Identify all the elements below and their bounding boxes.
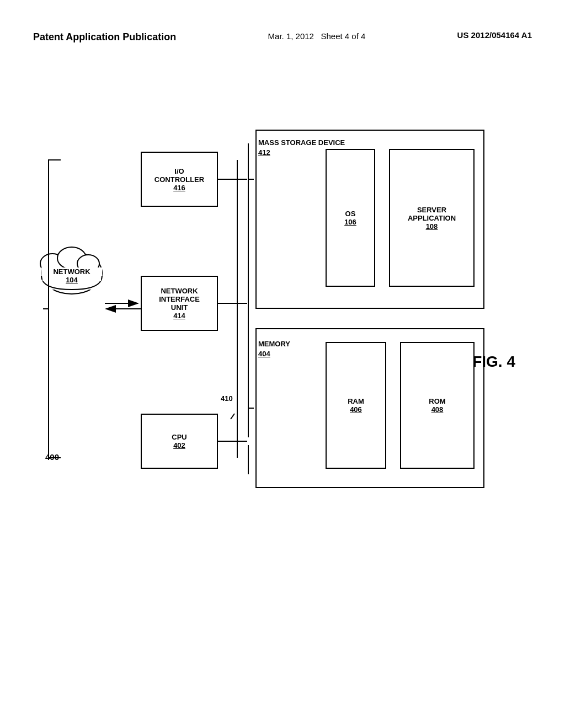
ref-410: 410 [221,394,233,403]
memory-label: MEMORY 404 [258,339,290,359]
ram-label: RAM [348,397,364,405]
os-box: OS 106 [326,149,375,287]
memory-text: MEMORY [258,339,290,349]
diagram: NETWORK 104 CPU 402 NETWORK INTERFACE UN… [33,88,532,640]
niu-label2: INTERFACE [159,295,200,303]
niu-ref: 414 [173,312,185,320]
server-app-label1: SERVER [417,206,446,214]
patent-title: Patent Application Publication [33,30,176,44]
os-ref: 106 [344,218,356,226]
svg-rect-13 [243,437,252,445]
niu-label1: NETWORK [161,287,198,295]
cpu-ref: 402 [173,441,185,449]
io-box: I/O CONTROLLER 416 [141,152,218,207]
niu-box: NETWORK INTERFACE UNIT 414 [141,276,218,331]
network-label: NETWORK [53,267,90,276]
page: Patent Application Publication Mar. 1, 2… [0,0,565,728]
cpu-label: CPU [172,433,186,441]
header: Patent Application Publication Mar. 1, 2… [0,30,565,44]
patent-number: US 2012/054164 A1 [457,30,532,40]
io-ref: 416 [173,184,185,192]
niu-label3: UNIT [171,303,188,312]
server-app-box: SERVER APPLICATION 108 [389,149,475,287]
network-ref: 104 [66,276,78,284]
memory-ref: 404 [258,349,290,359]
network-cloud: NETWORK 104 [36,243,108,309]
io-label2: CONTROLLER [154,175,204,184]
ref-400: 400 [45,452,59,462]
rom-box: ROM 408 [400,342,475,469]
io-label1: I/O [174,167,184,175]
server-app-label2: APPLICATION [408,214,456,222]
ram-ref: 406 [350,405,362,414]
server-app-ref: 108 [426,222,438,231]
rom-label: ROM [429,397,445,405]
mass-storage-text: MASS STORAGE DEVICE [258,138,345,148]
header-date-sheet: Mar. 1, 2012 Sheet 4 of 4 [268,30,366,43]
rom-ref: 408 [431,405,444,414]
cpu-box: CPU 402 [141,414,218,469]
fig-label: FIG. 4 [472,353,515,371]
os-label: OS [345,210,356,218]
ram-box: RAM 406 [326,342,386,469]
